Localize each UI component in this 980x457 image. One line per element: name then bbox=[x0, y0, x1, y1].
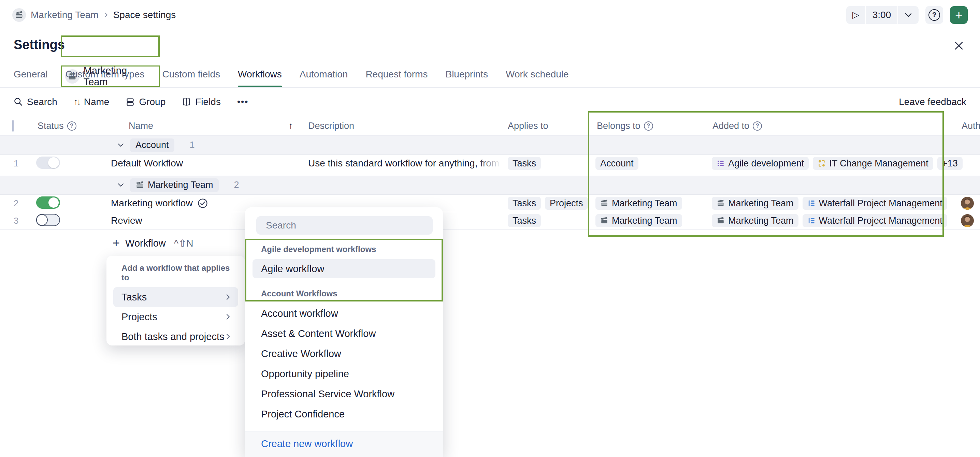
column-header-added-to: Added to bbox=[713, 121, 749, 131]
search-icon bbox=[14, 97, 23, 106]
collapse-chevron-icon[interactable] bbox=[118, 183, 124, 187]
belongs-to-pill: Marketing Team bbox=[595, 214, 682, 227]
column-header-name: Name bbox=[129, 121, 153, 131]
chevron-right-icon bbox=[226, 333, 230, 340]
panel-footer: Create new workflow bbox=[245, 432, 443, 457]
belongs-to-pill: Marketing Team bbox=[595, 197, 682, 210]
workflow-status-toggle[interactable] bbox=[36, 197, 60, 209]
process-icon bbox=[818, 159, 826, 167]
create-new-workflow-link[interactable]: Create new workflow bbox=[261, 438, 353, 449]
add-workflow-label: Workflow bbox=[125, 238, 166, 249]
group-pill: Marketing Team bbox=[130, 178, 219, 192]
author-avatar[interactable] bbox=[961, 197, 974, 210]
question-icon: ? bbox=[929, 9, 940, 21]
tab-general[interactable]: General bbox=[14, 61, 48, 87]
tab-custom-fields[interactable]: Custom fields bbox=[162, 61, 220, 87]
search-button[interactable]: Search bbox=[14, 97, 57, 108]
applies-to-menu: Add a workflow that applies to Tasks Pro… bbox=[107, 256, 245, 346]
menu-item-both[interactable]: Both tasks and projects bbox=[113, 327, 238, 346]
add-new-button[interactable]: + bbox=[950, 6, 968, 24]
added-to-overflow-pill[interactable]: +13 bbox=[937, 157, 963, 170]
workflow-option[interactable]: Account workflow bbox=[245, 303, 443, 324]
workflow-status-toggle[interactable] bbox=[36, 157, 60, 169]
added-to-pill: IT Change Management bbox=[813, 157, 933, 170]
workflow-option[interactable]: Professional Service Workflow bbox=[245, 384, 443, 404]
sort-arrows-icon: ↑↓ bbox=[74, 97, 80, 107]
group-gap bbox=[0, 172, 980, 176]
timer-dropdown-button[interactable] bbox=[898, 6, 919, 24]
timer-time[interactable]: 3:00 bbox=[866, 6, 897, 24]
workflow-name[interactable]: Review bbox=[111, 215, 142, 226]
check-circle-icon bbox=[197, 198, 208, 208]
clapperboard-icon bbox=[717, 199, 725, 207]
sort-button[interactable]: ↑↓ Name bbox=[74, 97, 110, 108]
help-button[interactable]: ? bbox=[925, 6, 943, 24]
group-icon bbox=[126, 97, 135, 106]
column-header-belongs-to: Belongs to bbox=[597, 121, 641, 131]
table-header-row: Status ? Name ↑ Description Applies to B… bbox=[0, 116, 980, 136]
group-count: 1 bbox=[190, 140, 195, 151]
breadcrumb-page: Space settings bbox=[113, 10, 176, 21]
workflow-name[interactable]: Default Workflow bbox=[111, 158, 183, 169]
select-all-checkbox[interactable] bbox=[12, 120, 14, 132]
group-label: Account bbox=[135, 140, 169, 151]
add-workflow-button[interactable]: + Workflow ^⇧N bbox=[113, 235, 194, 251]
breadcrumb-space[interactable]: Marketing Team bbox=[31, 10, 99, 21]
tab-workflows[interactable]: Workflows bbox=[238, 61, 282, 87]
clapperboard-icon bbox=[600, 217, 608, 225]
workflow-option[interactable]: Opportunity pipeline bbox=[245, 364, 443, 384]
keyboard-shortcut: ^⇧N bbox=[174, 238, 194, 249]
breadcrumb-chevron-icon bbox=[103, 12, 108, 17]
section-header-account: Account Workflows bbox=[245, 289, 443, 298]
bulleted-list-icon bbox=[717, 159, 725, 167]
tab-blueprints[interactable]: Blueprints bbox=[445, 61, 488, 87]
workflow-option[interactable]: Asset & Content Workflow bbox=[245, 324, 443, 344]
more-button[interactable]: ••• bbox=[237, 97, 248, 107]
workflow-option[interactable]: Project Confidence bbox=[245, 404, 443, 424]
leave-feedback-link[interactable]: Leave feedback bbox=[899, 97, 966, 108]
fields-button[interactable]: Fields bbox=[182, 97, 221, 108]
timer-play-button[interactable]: ▷ bbox=[846, 6, 865, 24]
belongs-to-pill: Account bbox=[595, 157, 638, 170]
workflow-status-toggle[interactable] bbox=[36, 214, 60, 226]
belongs-to-help-icon[interactable]: ? bbox=[644, 121, 653, 131]
clapperboard-icon bbox=[717, 217, 725, 225]
tab-request-forms[interactable]: Request forms bbox=[366, 61, 428, 87]
hierarchy-list-icon bbox=[807, 199, 816, 207]
workflow-option-agile-workflow[interactable]: Agile workflow bbox=[253, 259, 435, 278]
added-to-help-icon[interactable]: ? bbox=[753, 121, 762, 131]
author-avatar[interactable] bbox=[961, 214, 974, 227]
workflow-search[interactable] bbox=[256, 216, 433, 235]
tab-custom-item-types[interactable]: Custom item types bbox=[65, 61, 145, 87]
menu-item-projects[interactable]: Projects bbox=[113, 307, 238, 327]
status-help-icon[interactable]: ? bbox=[67, 121, 76, 131]
space-avatar bbox=[12, 8, 26, 22]
group-row-marketing-team: Marketing Team 2 bbox=[0, 176, 980, 195]
chevron-right-icon bbox=[226, 314, 230, 320]
plus-icon: + bbox=[113, 237, 120, 249]
workflow-name[interactable]: Marketing workflow bbox=[111, 198, 193, 209]
sort-ascending-icon[interactable]: ↑ bbox=[288, 121, 293, 131]
group-label: Group bbox=[139, 97, 165, 108]
group-pill: Account bbox=[130, 138, 174, 152]
menu-item-tasks[interactable]: Tasks bbox=[113, 287, 238, 307]
group-row-account: Account 1 bbox=[0, 136, 980, 155]
settings-tabs: General Custom item types Custom fields … bbox=[0, 61, 980, 88]
tab-work-schedule[interactable]: Work schedule bbox=[506, 61, 569, 87]
group-button[interactable]: Group bbox=[126, 97, 165, 108]
workflows-table: Status ? Name ↑ Description Applies to B… bbox=[0, 116, 980, 230]
table-row: 1 Default Workflow Use this standard wor… bbox=[0, 155, 980, 172]
hierarchy-list-icon bbox=[807, 217, 816, 225]
space-settings-page: Marketing Team Space settings ▷ 3:00 ? + bbox=[0, 0, 980, 457]
topbar: Marketing Team Space settings ▷ 3:00 ? + bbox=[0, 0, 980, 30]
collapse-chevron-icon[interactable] bbox=[118, 143, 124, 147]
tab-automation[interactable]: Automation bbox=[300, 61, 348, 87]
workflow-option[interactable]: Creative Workflow bbox=[245, 344, 443, 364]
row-number: 2 bbox=[0, 198, 31, 209]
close-icon bbox=[954, 41, 964, 51]
search-input[interactable] bbox=[266, 220, 423, 231]
column-header-applies-to: Applies to bbox=[508, 121, 548, 131]
close-button[interactable] bbox=[952, 39, 966, 52]
table-row: 2 Marketing workflow Tasks Projects bbox=[0, 195, 980, 212]
added-to-pill: Waterfall Project Management bbox=[803, 197, 947, 210]
